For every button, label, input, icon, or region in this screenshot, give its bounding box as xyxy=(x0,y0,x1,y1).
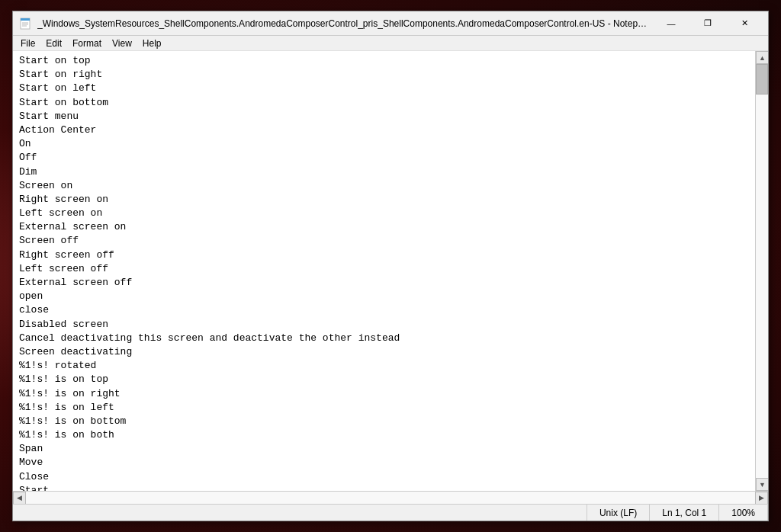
menu-format[interactable]: Format xyxy=(68,37,106,50)
window-controls: — ❐ ✕ xyxy=(654,11,762,36)
scroll-right-arrow[interactable]: ▶ xyxy=(755,492,768,505)
svg-rect-1 xyxy=(21,18,30,21)
menu-view[interactable]: View xyxy=(108,37,137,50)
scroll-track-horizontal[interactable] xyxy=(26,492,755,505)
text-editor[interactable]: Start on top Start on right Start on lef… xyxy=(13,51,755,491)
window-title: _Windows_SystemResources_ShellComponents… xyxy=(37,18,648,29)
scroll-up-arrow[interactable]: ▲ xyxy=(756,51,768,64)
status-line-col: Ln 1, Col 1 xyxy=(650,505,719,521)
scroll-left-arrow[interactable]: ◀ xyxy=(13,492,26,505)
status-spacer xyxy=(13,505,587,521)
menu-edit[interactable]: Edit xyxy=(41,37,66,50)
menu-file[interactable]: File xyxy=(16,37,40,50)
bottom-area: ◀ ▶ Unix (LF) Ln 1, Col 1 100% xyxy=(13,491,768,521)
minimize-button[interactable]: — xyxy=(654,11,689,36)
scroll-thumb-vertical[interactable] xyxy=(756,64,768,95)
scroll-down-arrow[interactable]: ▼ xyxy=(756,478,768,491)
vertical-scrollbar[interactable]: ▲ ▼ xyxy=(755,51,768,491)
horizontal-scrollbar[interactable]: ◀ ▶ xyxy=(13,491,768,504)
scroll-track-vertical[interactable] xyxy=(756,64,768,478)
menu-bar: File Edit Format View Help xyxy=(13,36,768,51)
status-bar: Unix (LF) Ln 1, Col 1 100% xyxy=(13,504,768,521)
status-encoding: Unix (LF) xyxy=(587,505,650,521)
menu-help[interactable]: Help xyxy=(138,37,166,50)
status-zoom: 100% xyxy=(719,505,768,521)
notepad-window: _Windows_SystemResources_ShellComponents… xyxy=(12,11,769,521)
maximize-button[interactable]: ❐ xyxy=(690,11,725,36)
app-icon xyxy=(19,18,31,30)
content-area: Start on top Start on right Start on lef… xyxy=(13,51,768,491)
title-bar: _Windows_SystemResources_ShellComponents… xyxy=(13,11,768,36)
close-button[interactable]: ✕ xyxy=(727,11,762,36)
